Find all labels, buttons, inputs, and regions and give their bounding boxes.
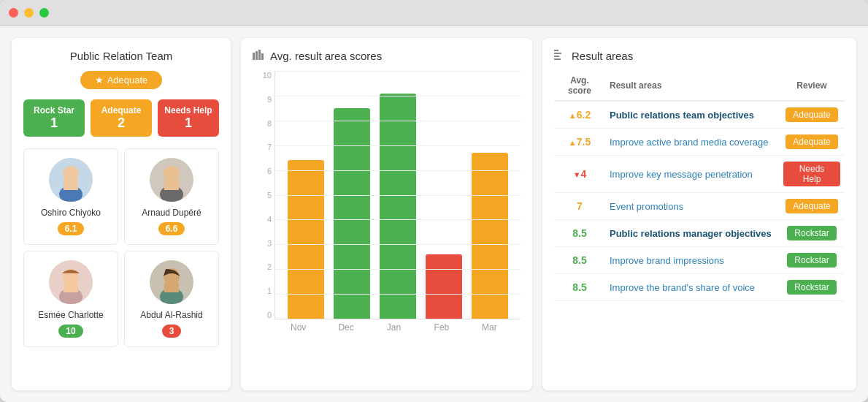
stat-rockstar[interactable]: Rock Star 1: [23, 99, 85, 137]
table-row: ▲7.5 Improve active brand media coverage…: [554, 129, 845, 156]
minimize-button[interactable]: [24, 8, 34, 18]
table-row: ▼4 Improve key message penetration Needs…: [554, 156, 845, 193]
team-title: Public Relation Team: [23, 50, 219, 62]
star-icon: ★: [95, 75, 104, 86]
svg-rect-22: [554, 56, 559, 57]
overall-badge: ★ Adequate: [80, 71, 163, 89]
review-cell-6: Rockstar: [779, 247, 845, 274]
review-badge-2: Adequate: [786, 134, 837, 149]
close-button[interactable]: [9, 8, 18, 18]
result-areas-header: Result areas: [554, 50, 845, 62]
svg-rect-18: [258, 50, 261, 60]
score-cell-5: 8.5: [554, 220, 605, 247]
chart-panel: Avg. result area scores 0 1 2 3 4 5 6 7: [241, 38, 532, 390]
chart-title: Avg. result area scores: [270, 50, 382, 62]
score-cell-6: 8.5: [554, 247, 605, 274]
table-row: 7 Event promotions Adequate: [554, 193, 845, 220]
member-card-oshiro[interactable]: Oshiro Chiyoko 6.1: [23, 148, 118, 245]
area-link-1[interactable]: Public relations team objectives: [610, 110, 754, 121]
area-link-2[interactable]: Improve active brand media coverage: [610, 137, 769, 148]
svg-rect-20: [554, 50, 558, 51]
x-label-dec: Dec: [322, 322, 369, 333]
score-cell-2: ▲7.5: [554, 129, 605, 156]
stat-rockstar-label: Rock Star: [26, 105, 82, 115]
stat-needshelp-label: Needs Help: [161, 105, 216, 115]
x-label-mar: Mar: [466, 322, 513, 333]
stat-adequate[interactable]: Adequate 2: [91, 99, 152, 137]
main-content: Public Relation Team ★ Adequate Rock Sta…: [0, 26, 868, 402]
team-panel: Public Relation Team ★ Adequate Rock Sta…: [12, 38, 231, 390]
table-header-row: Avg. score Result areas Review: [554, 71, 845, 101]
member-name-oshiro: Oshiro Chiyoko: [30, 208, 112, 218]
area-cell-6[interactable]: Improve brand impressions: [605, 247, 779, 274]
area-cell-4[interactable]: Event promotions: [605, 193, 779, 220]
avatar-oshiro: [49, 158, 93, 202]
overall-badge-container: ★ Adequate: [23, 71, 219, 89]
result-areas-panel: Result areas Avg. score Result areas Rev…: [542, 38, 856, 390]
table-row: 8.5 Improve the brand's share of voice R…: [554, 274, 845, 301]
x-label-feb: Feb: [418, 322, 465, 333]
table-row: ▲6.2 Public relations team objectives Ad…: [554, 101, 845, 129]
member-score-oshiro: 6.1: [58, 222, 85, 235]
review-cell-2: Adequate: [779, 129, 845, 156]
review-cell-1: Adequate: [779, 101, 845, 129]
svg-rect-15: [164, 282, 179, 292]
table-row: 8.5 Improve brand impressions Rockstar: [554, 247, 845, 274]
member-name-esmee: Esmée Charlotte: [30, 310, 112, 320]
svg-rect-21: [554, 53, 561, 54]
stat-needshelp[interactable]: Needs Help 1: [158, 99, 219, 137]
y-label-9: 9: [253, 95, 272, 104]
review-badge-7: Rockstar: [787, 280, 836, 295]
member-card-esmee[interactable]: Esmée Charlotte 10: [23, 251, 118, 347]
area-link-7[interactable]: Improve the brand's share of voice: [610, 282, 755, 293]
y-label-2: 2: [253, 262, 272, 271]
review-cell-4: Adequate: [779, 193, 845, 220]
svg-point-1: [63, 166, 79, 182]
result-areas-icon: [554, 50, 566, 62]
review-badge-6: Rockstar: [787, 253, 836, 268]
result-areas-title: Result areas: [572, 50, 633, 62]
y-label-8: 8: [253, 119, 272, 128]
area-cell-1[interactable]: Public relations team objectives: [605, 101, 779, 129]
member-name-arnaud: Arnaud Dupéré: [131, 208, 212, 218]
review-cell-7: Rockstar: [779, 274, 845, 301]
review-cell-5: Rockstar: [779, 220, 845, 247]
y-label-10: 10: [253, 71, 272, 80]
member-card-abdul[interactable]: Abdul Al-Rashid 3: [124, 251, 219, 347]
area-cell-2[interactable]: Improve active brand media coverage: [605, 129, 779, 156]
member-score-abdul: 3: [162, 325, 182, 338]
svg-rect-7: [164, 180, 179, 190]
review-cell-3: Needs Help: [779, 156, 845, 193]
svg-rect-3: [64, 180, 78, 190]
stat-adequate-value: 2: [93, 115, 149, 131]
y-label-6: 6: [253, 167, 272, 175]
area-link-5[interactable]: Public relations manager objectives: [610, 228, 772, 239]
svg-point-5: [164, 166, 180, 182]
maximize-button[interactable]: [39, 8, 49, 18]
area-link-4[interactable]: Event promotions: [610, 201, 683, 212]
review-badge-1: Adequate: [786, 107, 837, 122]
x-label-jan: Jan: [370, 322, 418, 333]
review-badge-4: Adequate: [786, 199, 837, 213]
member-card-arnaud[interactable]: Arnaud Dupéré 6.6: [124, 148, 219, 245]
chart-container: 0 1 2 3 4 5 6 7 8 9 10: [253, 71, 521, 341]
svg-rect-11: [64, 282, 78, 292]
avatar-esmee: [49, 260, 93, 304]
result-areas-table: Avg. score Result areas Review ▲6.2: [554, 71, 845, 301]
stat-needshelp-value: 1: [161, 115, 216, 131]
col-avg-score: Avg. score: [554, 71, 605, 101]
main-window: Public Relation Team ★ Adequate Rock Sta…: [0, 0, 868, 402]
chart-icon: [253, 50, 264, 62]
svg-rect-17: [256, 51, 258, 60]
score-cell-1: ▲6.2: [554, 101, 605, 129]
titlebar: [0, 0, 868, 26]
col-result-areas: Result areas: [605, 71, 779, 101]
area-link-6[interactable]: Improve brand impressions: [610, 255, 724, 266]
y-label-0: 0: [253, 311, 272, 319]
area-link-3[interactable]: Improve key message penetration: [610, 169, 753, 180]
table-row: 8.5 Public relations manager objectives …: [554, 220, 845, 247]
area-cell-3[interactable]: Improve key message penetration: [605, 156, 779, 193]
y-label-7: 7: [253, 143, 272, 151]
area-cell-7[interactable]: Improve the brand's share of voice: [605, 274, 779, 301]
area-cell-5[interactable]: Public relations manager objectives: [605, 220, 779, 247]
